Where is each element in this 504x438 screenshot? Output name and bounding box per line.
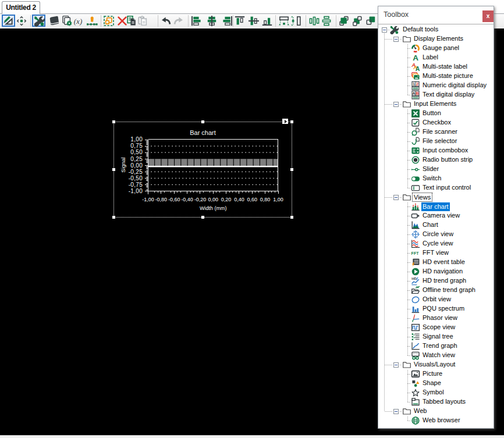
svg-text:B: B <box>416 91 419 96</box>
svg-text:A: A <box>416 65 420 72</box>
svg-text:1: 1 <box>413 81 415 87</box>
svg-text:(x): (x) <box>74 17 82 26</box>
svg-text:A: A <box>413 54 418 62</box>
svg-text:HD: HD <box>411 277 417 280</box>
svg-text:2: 2 <box>416 81 418 87</box>
svg-text:FFT: FFT <box>411 251 420 255</box>
